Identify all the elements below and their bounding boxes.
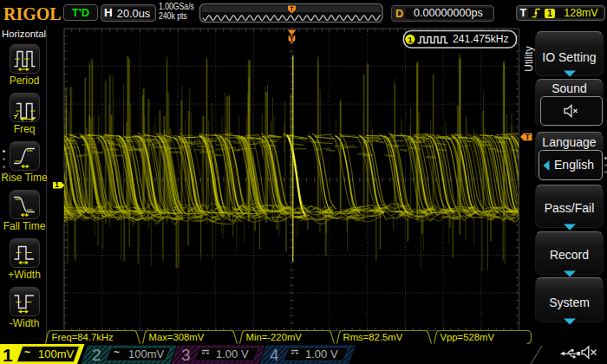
svg-text:~: ~ [24,347,30,359]
svg-text:Vpp=528mV: Vpp=528mV [441,332,495,342]
svg-text:1.00 V: 1.00 V [305,348,338,361]
svg-text:100mV: 100mV [128,348,165,361]
svg-text:100mV: 100mV [38,348,75,361]
svg-text:241.475kHz: 241.475kHz [453,33,509,45]
svg-text:Max=308mV: Max=308mV [149,332,205,342]
svg-text:T: T [525,133,531,141]
svg-text:Min=-220mV: Min=-220mV [246,332,303,342]
svg-text:Rms=82.5mV: Rms=82.5mV [343,332,403,342]
svg-text:3: 3 [181,346,191,364]
svg-text:1.00 V: 1.00 V [216,348,249,361]
svg-text:~: ~ [114,347,120,359]
svg-text:1: 1 [408,36,412,44]
svg-text:Freq=84.7kHz: Freq=84.7kHz [52,332,114,342]
svg-text:2: 2 [92,346,101,364]
svg-text:1: 1 [3,345,13,364]
svg-text:1: 1 [55,180,59,189]
svg-text:4: 4 [270,346,279,364]
